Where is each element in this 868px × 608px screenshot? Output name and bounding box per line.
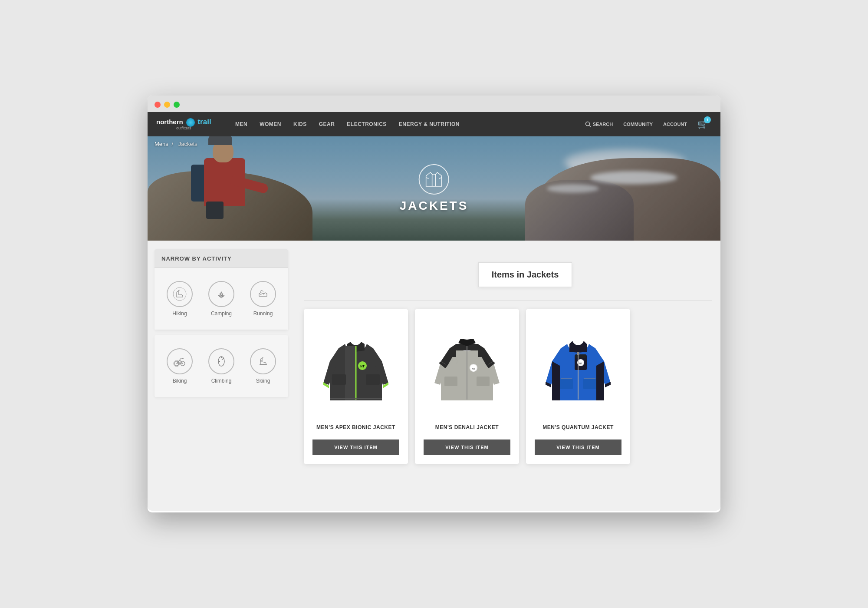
biking-icon-circle bbox=[167, 348, 193, 374]
community-button[interactable]: COMMUNITY bbox=[620, 120, 656, 129]
hero-title: JACKETS bbox=[400, 199, 469, 213]
breadcrumb-separator: / bbox=[171, 141, 173, 147]
skiing-icon bbox=[256, 354, 270, 369]
activity-grid-row2: Biking bbox=[155, 335, 288, 397]
items-header-box: Items in Jackets bbox=[478, 262, 572, 287]
product-name-3: MEN'S QUANTUM JACKET bbox=[535, 420, 621, 434]
climbing-label: Climbing bbox=[211, 378, 232, 384]
nav-men[interactable]: MEN bbox=[230, 118, 253, 131]
svg-rect-29 bbox=[583, 379, 596, 389]
svg-rect-14 bbox=[366, 374, 380, 385]
hero-section: Mens / Jackets JACKETS bbox=[148, 136, 720, 241]
cart-badge: 1 bbox=[704, 116, 711, 123]
activity-climbing[interactable]: Climbing bbox=[201, 344, 242, 388]
product-name-2: MEN'S DENALI JACKET bbox=[424, 420, 510, 434]
activity-grid-row1: Hiking bbox=[155, 268, 288, 330]
jacket-svg-icon bbox=[424, 171, 444, 188]
climbing-icon bbox=[214, 354, 229, 369]
activity-panel-2: Biking bbox=[155, 335, 288, 397]
logo-area: northern trail outfitters bbox=[156, 118, 221, 131]
svg-text:NT: NT bbox=[579, 362, 582, 365]
hero-jacket-icon bbox=[419, 164, 449, 195]
climbing-icon-circle bbox=[208, 348, 234, 374]
product-card-1: NT bbox=[304, 309, 408, 464]
nav-gear[interactable]: GEAR bbox=[314, 118, 340, 131]
hiking-icon-circle bbox=[167, 281, 193, 307]
nav-electronics[interactable]: ELECTRONICS bbox=[342, 118, 392, 131]
activity-hiking[interactable]: Hiking bbox=[159, 277, 201, 321]
traffic-light-green[interactable] bbox=[174, 102, 180, 108]
logo-outfitters: outfitters bbox=[156, 126, 211, 131]
items-header-text: Items in Jackets bbox=[492, 270, 559, 279]
view-item-button-2[interactable]: VIEW THIS ITEM bbox=[424, 439, 510, 455]
running-icon bbox=[256, 287, 270, 301]
navbar: northern trail outfitters MEN WOMEN KIDS… bbox=[148, 112, 720, 136]
browser-content: northern trail outfitters MEN WOMEN KIDS… bbox=[148, 112, 720, 511]
breadcrumb-mens[interactable]: Mens bbox=[155, 141, 168, 147]
logo-text: northern trail outfitters bbox=[156, 118, 211, 131]
product-image-apex: NT bbox=[312, 318, 399, 413]
product-card-2: NT bbox=[415, 309, 519, 464]
quantum-jacket-image: NT bbox=[543, 322, 613, 409]
breadcrumb-jackets: Jackets bbox=[178, 141, 197, 147]
browser-window: northern trail outfitters MEN WOMEN KIDS… bbox=[148, 96, 720, 512]
biking-label: Biking bbox=[173, 378, 187, 384]
svg-rect-28 bbox=[560, 379, 573, 389]
search-icon bbox=[585, 121, 591, 127]
svg-rect-13 bbox=[332, 374, 346, 385]
biking-icon bbox=[172, 354, 187, 369]
nav-energy[interactable]: ENERGY & NUTRITION bbox=[394, 118, 465, 131]
traffic-light-red[interactable] bbox=[155, 102, 161, 108]
apex-jacket-image: NT bbox=[321, 322, 391, 409]
activity-biking[interactable]: Biking bbox=[159, 344, 201, 388]
camping-label: Camping bbox=[211, 311, 232, 317]
right-section: Items in Jackets bbox=[295, 241, 720, 464]
view-item-button-3[interactable]: VIEW THIS ITEM bbox=[535, 439, 621, 455]
running-icon-circle bbox=[250, 281, 276, 307]
breadcrumb: Mens / Jackets bbox=[155, 141, 199, 147]
running-label: Running bbox=[253, 311, 273, 317]
svg-text:NT: NT bbox=[472, 367, 475, 370]
logo-northern: northern bbox=[156, 118, 183, 126]
sidebar-header-text: Narrow By Activity bbox=[161, 255, 232, 262]
product-name-1: MEN'S APEX BIONIC JACKET bbox=[312, 420, 399, 434]
activity-running[interactable]: Running bbox=[242, 277, 284, 321]
svg-line-1 bbox=[589, 126, 591, 127]
section-divider bbox=[304, 300, 712, 301]
svg-rect-20 bbox=[477, 377, 490, 386]
sidebar-panel: Narrow By Activity bbox=[148, 249, 295, 464]
svg-text:NT: NT bbox=[360, 365, 365, 368]
traffic-light-yellow[interactable] bbox=[164, 102, 170, 108]
denali-jacket-image: NT bbox=[432, 322, 502, 409]
search-label: SEARCH bbox=[593, 122, 613, 127]
hero-center: JACKETS bbox=[400, 164, 469, 213]
camping-icon bbox=[214, 287, 229, 301]
svg-rect-27 bbox=[577, 352, 579, 355]
activity-skiing[interactable]: Skiing bbox=[242, 344, 284, 388]
product-image-quantum: NT bbox=[535, 318, 621, 413]
nav-right: SEARCH COMMUNITY ACCOUNT 🛒 1 bbox=[582, 117, 712, 131]
product-image-denali: NT bbox=[424, 318, 510, 413]
svg-point-2 bbox=[173, 287, 186, 301]
activity-panel-1: Narrow By Activity bbox=[155, 249, 288, 330]
activity-camping[interactable]: Camping bbox=[201, 277, 242, 321]
svg-point-3 bbox=[220, 294, 223, 296]
product-card-3: NT bbox=[526, 309, 630, 464]
account-button[interactable]: ACCOUNT bbox=[660, 120, 690, 129]
cart-button[interactable]: 🛒 1 bbox=[694, 117, 712, 131]
nav-kids[interactable]: KIDS bbox=[288, 118, 312, 131]
skiing-icon-circle bbox=[250, 348, 276, 374]
view-item-button-1[interactable]: VIEW THIS ITEM bbox=[312, 439, 399, 455]
nav-links: MEN WOMEN KIDS GEAR ELECTRONICS ENERGY &… bbox=[230, 118, 582, 131]
browser-chrome bbox=[148, 96, 720, 112]
logo-circle bbox=[186, 118, 195, 127]
svg-point-0 bbox=[585, 122, 589, 126]
hiking-icon bbox=[172, 287, 187, 301]
nav-women[interactable]: WOMEN bbox=[254, 118, 286, 131]
products-row: NT bbox=[304, 309, 712, 464]
page-body: Narrow By Activity bbox=[148, 241, 720, 464]
search-button[interactable]: SEARCH bbox=[582, 119, 616, 129]
sidebar-header: Narrow By Activity bbox=[155, 249, 288, 268]
hiking-label: Hiking bbox=[172, 311, 187, 317]
svg-rect-19 bbox=[444, 377, 457, 386]
